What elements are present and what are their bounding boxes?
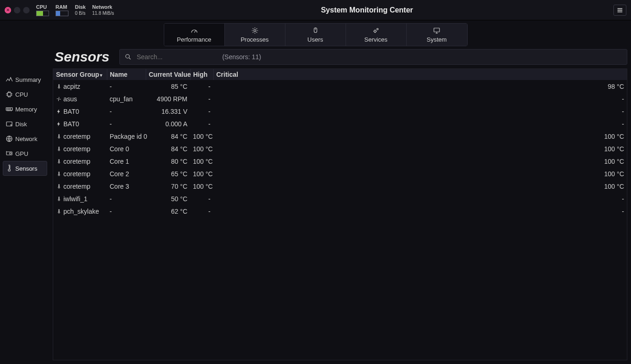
table-row[interactable]: coretempCore 265 °C100 °C100 °C [53, 167, 627, 180]
column-header-sensor-group[interactable]: Sensor Group▾ [53, 69, 107, 80]
tab-label: Performance [177, 36, 211, 43]
svg-point-3 [374, 30, 376, 32]
disk-icon [5, 120, 13, 128]
table-row[interactable]: acpitz-85 °C-98 °C [53, 80, 627, 93]
sensor-group-cell: coretemp [63, 170, 90, 178]
table-row[interactable]: BAT0-16.331 V-- [53, 105, 627, 117]
tab-users[interactable]: Users [285, 24, 346, 46]
sensor-name-cell: cpu_fan [107, 93, 146, 105]
performance-sidebar: Summary CPU Memory Disk Network GPU Sens… [0, 69, 50, 364]
table-row[interactable]: coretempCore 084 °C100 °C100 °C [53, 142, 627, 155]
table-row[interactable]: coretempCore 180 °C100 °C100 °C [53, 155, 627, 167]
sidebar-item-summary[interactable]: Summary [3, 72, 47, 87]
search-input[interactable] [136, 53, 217, 61]
sensor-group-cell: coretemp [63, 145, 90, 153]
sensor-critical-cell: 100 °C [213, 142, 627, 155]
page-title: Sensors [53, 49, 111, 65]
tab-label: System [427, 36, 446, 43]
sensor-high-cell: - [190, 192, 213, 205]
window-controls: ✕ [5, 7, 30, 13]
search-bar[interactable]: (Sensors: 11) [119, 49, 627, 65]
mouse-icon [311, 26, 320, 35]
sensor-name-cell: - [107, 80, 146, 93]
sidebar-item-disk[interactable]: Disk [3, 117, 47, 131]
sidebar-item-label: GPU [15, 150, 28, 157]
sensor-critical-cell: 100 °C [213, 180, 627, 192]
sensor-high-cell: 100 °C [190, 155, 213, 167]
table-row[interactable]: BAT0-0.000 A-- [53, 117, 627, 130]
sensor-group-cell: BAT0 [63, 120, 79, 128]
cpu-stat: CPU [36, 4, 49, 16]
ram-stat-label: RAM [56, 4, 68, 10]
tab-system[interactable]: System [407, 24, 467, 46]
table-row[interactable]: asuscpu_fan4900 RPM-- [53, 93, 627, 105]
column-header-current-value[interactable]: Current Value [146, 69, 190, 80]
sensor-name-cell: Core 0 [107, 142, 146, 155]
sensor-critical-cell: - [213, 117, 627, 130]
gears-icon [372, 26, 380, 35]
column-header-name[interactable]: Name [107, 69, 146, 80]
sensor-name-cell: - [107, 205, 146, 217]
sensor-high-cell: - [190, 117, 213, 130]
table-row[interactable]: coretempPackage id 084 °C100 °C100 °C [53, 130, 627, 142]
sensor-group-cell: acpitz [63, 83, 80, 90]
disk-stat-label: Disk [75, 4, 86, 10]
gpu-icon [5, 149, 13, 158]
table-row[interactable]: coretempCore 370 °C100 °C100 °C [53, 180, 627, 192]
sidebar-item-network[interactable]: Network [3, 131, 47, 146]
sensor-type-icon [56, 133, 62, 140]
cpu-stat-label: CPU [36, 4, 49, 10]
sidebar-item-label: Network [15, 136, 37, 142]
column-header-critical[interactable]: Critical [213, 69, 627, 80]
tab-services[interactable]: Services [346, 24, 407, 46]
sensor-type-icon [56, 146, 62, 152]
sensor-critical-cell: - [213, 205, 627, 217]
table-row[interactable]: pch_skylake-62 °C-- [53, 205, 627, 217]
hamburger-menu-button[interactable] [613, 5, 626, 16]
summary-icon [5, 75, 13, 84]
sensor-group-cell: coretemp [63, 183, 90, 190]
sensors-table: Sensor Group▾ Name Current Value High Cr… [53, 69, 627, 217]
sensor-type-icon [56, 196, 62, 202]
cpu-stat-bar [36, 11, 49, 16]
sensor-value-cell: 4900 RPM [146, 93, 190, 105]
sensor-critical-cell: - [213, 192, 627, 205]
svg-rect-6 [7, 93, 11, 96]
sensor-name-cell: Package id 0 [107, 130, 146, 142]
sidebar-item-memory[interactable]: Memory [3, 102, 47, 117]
sensor-value-cell: 65 °C [146, 167, 190, 180]
sensor-value-cell: 80 °C [146, 155, 190, 167]
sensor-group-cell: iwlwifi_1 [63, 195, 87, 203]
sidebar-item-sensors[interactable]: Sensors [3, 161, 47, 176]
search-icon [124, 53, 132, 61]
sensor-type-icon [56, 121, 62, 127]
sensor-high-cell: 100 °C [190, 142, 213, 155]
sensors-table-wrap: Sensor Group▾ Name Current Value High Cr… [53, 68, 627, 360]
network-stat: Network 11.8 MiB/s [92, 4, 114, 16]
sensor-group-cell: asus [63, 95, 77, 103]
svg-point-12 [9, 153, 11, 154]
sensor-type-icon [56, 208, 62, 215]
window-minimize-button[interactable] [14, 7, 20, 13]
sensor-critical-cell: 100 °C [213, 155, 627, 167]
memory-icon [5, 105, 13, 113]
sensor-group-cell: pch_skylake [63, 208, 99, 215]
sidebar-item-gpu[interactable]: GPU [3, 146, 47, 161]
svg-rect-7 [6, 108, 12, 110]
titlebar: ✕ CPU RAM Disk 0 B/s Network 11.8 MiB/s … [0, 0, 631, 20]
tab-performance[interactable]: Performance [164, 24, 225, 46]
column-header-high[interactable]: High [190, 69, 213, 80]
tab-processes[interactable]: Processes [225, 24, 285, 46]
tab-label: Services [365, 36, 388, 43]
sensor-name-cell: Core 1 [107, 155, 146, 167]
sidebar-item-cpu[interactable]: CPU [3, 87, 47, 102]
sensor-critical-cell: 100 °C [213, 167, 627, 180]
sidebar-item-label: Disk [15, 121, 27, 128]
network-icon [5, 135, 13, 143]
table-row[interactable]: iwlwifi_1-50 °C-- [53, 192, 627, 205]
sensor-value-cell: 70 °C [146, 180, 190, 192]
window-close-button[interactable]: ✕ [5, 7, 11, 13]
gear-icon [251, 26, 259, 35]
sensor-critical-cell: - [213, 93, 627, 105]
window-maximize-button[interactable] [23, 7, 30, 13]
